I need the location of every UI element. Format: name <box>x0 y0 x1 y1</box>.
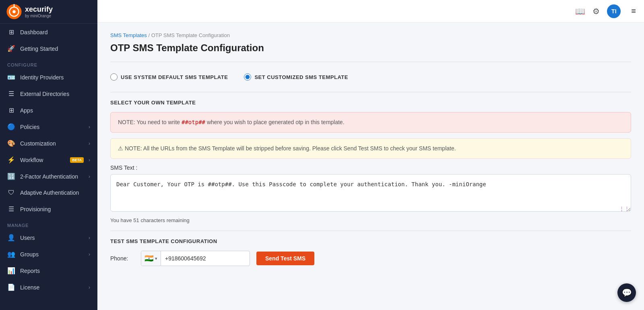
sidebar-item-label: Identity Providers <box>20 74 90 81</box>
brand-sub: by miniOrange <box>25 14 53 18</box>
sidebar-item-label: License <box>20 284 84 291</box>
external-directories-icon: ☰ <box>7 90 15 98</box>
logo: xecurify by miniOrange <box>0 0 97 24</box>
chevron-right-icon: › <box>89 157 90 163</box>
chars-remaining: You have 51 characters remaining <box>110 217 631 223</box>
send-test-sms-button[interactable]: Send Test SMS <box>256 252 314 265</box>
breadcrumb: SMS Templates / OTP SMS Template Configu… <box>110 32 631 38</box>
sidebar-item-label: External Directories <box>20 91 90 97</box>
radio-customized[interactable] <box>244 73 251 81</box>
breadcrumb-separator: / <box>148 32 150 38</box>
main-wrapper: 📖 ⚙ TI ≡ SMS Templates / OTP SMS Templat… <box>97 0 644 310</box>
sidebar-item-customization[interactable]: 🎨 Customization › <box>0 135 97 152</box>
alert-otp-note: NOTE: You need to write ##otp## where yo… <box>110 112 631 133</box>
breadcrumb-current: OTP SMS Template Configuration <box>151 32 230 38</box>
beta-badge: BETA <box>70 157 84 163</box>
warning-icon: ⚠ <box>118 145 125 152</box>
book-icon[interactable]: 📖 <box>575 6 585 16</box>
users-icon: 👤 <box>7 234 15 241</box>
manage-section-label: Manage <box>0 217 97 229</box>
page-title: OTP SMS Template Configuration <box>110 42 631 54</box>
chevron-right-icon: › <box>89 141 90 146</box>
sidebar-item-reports[interactable]: 📊 Reports <box>0 262 97 279</box>
chevron-right-icon: › <box>89 174 90 179</box>
otp-placeholder-highlight: ##otp## <box>182 119 205 125</box>
test-section-title: TEST SMS TEMPLATE CONFIGURATION <box>110 238 631 244</box>
sidebar-item-provisioning[interactable]: ☰ Provisioning <box>0 201 97 217</box>
license-icon: 📄 <box>7 283 15 291</box>
svg-point-2 <box>12 10 16 13</box>
divider-1 <box>110 62 631 62</box>
phone-label: Phone: <box>110 255 134 262</box>
chevron-right-icon: › <box>89 285 90 290</box>
provisioning-icon: ☰ <box>7 205 15 213</box>
sidebar-item-external-directories[interactable]: ☰ External Directories <box>0 85 97 102</box>
radio-option-customized[interactable]: SET CUSTOMIZED SMS TEMPLATE <box>244 73 348 81</box>
radio-system-default-label: USE SYSTEM DEFAULT SMS TEMPLATE <box>121 74 228 80</box>
divider-2 <box>110 92 631 92</box>
breadcrumb-parent[interactable]: SMS Templates <box>110 32 147 38</box>
sidebar-item-label: Users <box>20 235 84 241</box>
settings-icon[interactable]: ⚙ <box>592 6 600 16</box>
adaptive-auth-icon: 🛡 <box>7 189 15 196</box>
radio-group: USE SYSTEM DEFAULT SMS TEMPLATE SET CUST… <box>110 69 631 85</box>
radio-system-default[interactable] <box>110 73 118 81</box>
sidebar-item-apps[interactable]: ⊞ Apps <box>0 102 97 119</box>
phone-input[interactable] <box>161 255 250 262</box>
dashboard-icon: ⊞ <box>7 28 15 36</box>
sidebar-item-label: Dashboard <box>20 29 90 35</box>
sidebar-item-label: Getting Started <box>20 46 90 52</box>
radio-option-system-default[interactable]: USE SYSTEM DEFAULT SMS TEMPLATE <box>110 73 228 81</box>
2fa-icon: 🔢 <box>7 173 15 180</box>
sms-text-input[interactable]: Dear Customer, Your OTP is ##otp##. Use … <box>110 174 631 212</box>
logo-text: xecurify by miniOrange <box>25 5 53 18</box>
brand-name: xecurify <box>25 5 53 14</box>
alert-url-text: NOTE: All the URLs from the SMS Template… <box>125 145 456 152</box>
sidebar-item-users[interactable]: 👤 Users › <box>0 229 97 246</box>
groups-icon: 👥 <box>7 250 15 258</box>
sidebar-item-label: Provisioning <box>20 206 90 212</box>
sidebar-item-label: Customization <box>20 140 84 147</box>
chat-bubble[interactable]: 💬 <box>617 283 636 302</box>
sidebar-item-label: Policies <box>20 124 84 130</box>
sidebar-item-dashboard[interactable]: ⊞ Dashboard <box>0 24 97 40</box>
configure-section-label: Configure <box>0 57 97 69</box>
divider-3 <box>110 231 631 231</box>
top-bar: 📖 ⚙ TI ≡ <box>97 0 644 23</box>
chevron-right-icon: › <box>89 235 90 241</box>
phone-row: Phone: 🇮🇳 ▾ Send Test SMS <box>110 251 631 266</box>
sidebar-item-label: Apps <box>20 107 90 114</box>
avatar[interactable]: TI <box>607 4 621 18</box>
phone-flag-selector[interactable]: 🇮🇳 ▾ <box>141 251 161 266</box>
menu-icon[interactable]: ≡ <box>631 6 636 16</box>
sidebar-item-label: Adaptive Authentication <box>20 189 90 196</box>
reports-icon: 📊 <box>7 267 15 275</box>
customization-icon: 🎨 <box>7 139 15 147</box>
sidebar-item-workflow[interactable]: ⚡ Workflow BETA › <box>0 152 97 168</box>
main-content: SMS Templates / OTP SMS Template Configu… <box>97 23 644 310</box>
chevron-right-icon: › <box>89 124 90 130</box>
sidebar-item-label: Groups <box>20 251 84 258</box>
sidebar-item-label: 2-Factor Authentication <box>20 173 84 180</box>
alert-url-note: ⚠ NOTE: All the URLs from the SMS Templa… <box>110 138 631 159</box>
logo-icon <box>6 4 22 19</box>
radio-customized-label: SET CUSTOMIZED SMS TEMPLATE <box>254 74 348 80</box>
sidebar-item-getting-started[interactable]: 🚀 Getting Started <box>0 40 97 57</box>
sidebar: xecurify by miniOrange ⊞ Dashboard 🚀 Get… <box>0 0 97 310</box>
select-template-title: SELECT YOUR OWN TEMPLATE <box>110 100 631 106</box>
sidebar-item-identity-providers[interactable]: 🪪 Identity Providers <box>0 69 97 85</box>
sidebar-item-label: Workflow <box>20 157 65 163</box>
sidebar-item-license[interactable]: 📄 License › <box>0 279 97 295</box>
sidebar-item-label: Reports <box>20 268 90 274</box>
workflow-icon: ⚡ <box>7 156 15 164</box>
sidebar-item-groups[interactable]: 👥 Groups › <box>0 246 97 262</box>
sidebar-item-policies[interactable]: 🔵 Policies › <box>0 119 97 135</box>
sidebar-item-2fa[interactable]: 🔢 2-Factor Authentication › <box>0 168 97 185</box>
chevron-right-icon: › <box>89 252 90 257</box>
sidebar-item-adaptive-auth[interactable]: 🛡 Adaptive Authentication <box>0 185 97 201</box>
phone-input-wrap: 🇮🇳 ▾ <box>141 251 250 266</box>
sms-text-label: SMS Text : <box>110 164 631 171</box>
chevron-down-icon: ▾ <box>155 256 157 261</box>
rocket-icon: 🚀 <box>7 45 15 52</box>
sms-textarea-wrapper: Dear Customer, Your OTP is ##otp##. Use … <box>110 174 631 213</box>
